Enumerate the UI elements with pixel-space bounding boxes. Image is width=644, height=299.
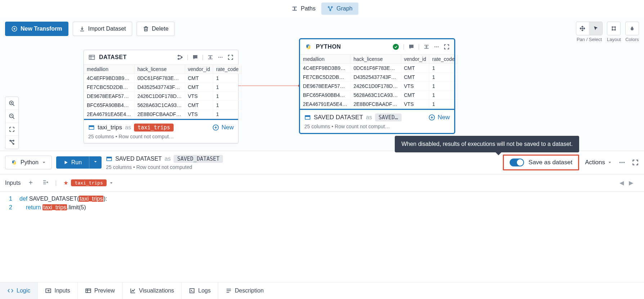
layout-icon (611, 26, 617, 31)
pan-tool[interactable] (576, 22, 589, 35)
inputs-nav: ◀ ▶ (620, 179, 639, 186)
svg-point-27 (436, 46, 437, 48)
table-icon (88, 54, 95, 61)
expand-icon[interactable] (443, 44, 450, 50)
colors-tool[interactable] (626, 22, 639, 35)
zoom-in-button[interactable] (5, 97, 18, 110)
add-input-button[interactable]: + (26, 177, 36, 188)
svg-point-36 (623, 162, 625, 163)
zoom-fit-button[interactable] (5, 123, 18, 136)
new-output-button[interactable]: New (428, 114, 450, 121)
svg-point-11 (13, 143, 14, 144)
svg-point-35 (621, 162, 623, 163)
delete-button[interactable]: Delete (137, 22, 175, 36)
save-as-dataset-label: Save as dataset (528, 159, 572, 166)
download-icon (79, 26, 85, 32)
layout-label: Layout (607, 37, 621, 42)
play-icon (63, 160, 68, 165)
plus-circle-icon (212, 124, 219, 131)
as-label: as (366, 114, 372, 121)
next-input-button[interactable]: ▶ (629, 179, 633, 186)
actions-dropdown[interactable]: Actions (585, 159, 612, 166)
more-icon[interactable] (618, 159, 626, 166)
actions-label: Actions (585, 159, 605, 166)
input-variable-chip[interactable]: taxi_trips (60, 178, 116, 188)
svg-rect-33 (107, 157, 112, 159)
node-dataset[interactable]: DATASET | | medallionhack_licensevendor_… (84, 50, 238, 143)
svg-point-25 (393, 44, 399, 50)
saved-dataset-name-chip[interactable]: SAVED_DATASET (174, 155, 223, 163)
new-output-button[interactable]: New (212, 124, 234, 131)
move-icon (580, 26, 585, 31)
graph-canvas[interactable]: New Transform Import Dataset Delete Pan … (0, 17, 644, 151)
svg-rect-30 (305, 116, 310, 117)
tab-viz-label: Visualizations (139, 287, 174, 294)
select-tool[interactable] (589, 22, 602, 35)
tab-preview[interactable]: Preview (78, 282, 122, 299)
inputs-icon (45, 287, 52, 294)
hierarchy-icon[interactable] (423, 44, 430, 50)
tab-logic[interactable]: Logic (0, 282, 38, 299)
tab-inputs[interactable]: Inputs (38, 282, 78, 299)
svg-rect-23 (89, 126, 94, 127)
svg-point-12 (13, 140, 14, 141)
tab-paths-label: Paths (301, 5, 316, 12)
plus-circle-icon (428, 114, 435, 121)
chart-icon (130, 287, 136, 294)
run-dropdown[interactable] (89, 156, 102, 169)
input-variable-name: taxi_trips (71, 179, 106, 186)
svg-point-19 (218, 57, 219, 58)
chevron-down-icon (93, 159, 98, 164)
node-python-title: PYTHON (316, 44, 389, 50)
tab-logs[interactable]: Logs (182, 282, 218, 299)
node-python[interactable]: PYTHON | | medallionhack_licensevendor_i… (300, 39, 455, 133)
code-editor[interactable]: 1def SAVED_DATASET(taxi_trips): 2 return… (0, 192, 644, 215)
run-button[interactable]: Run (56, 156, 89, 169)
saved-dataset-chip[interactable]: SAVED… (375, 113, 402, 121)
hierarchy-icon[interactable] (207, 54, 214, 61)
save-as-dataset-toggle[interactable] (510, 159, 524, 166)
svg-point-20 (220, 57, 221, 58)
more-icon[interactable] (217, 54, 224, 61)
comment-icon[interactable] (192, 54, 198, 61)
layout-tool[interactable] (607, 22, 620, 35)
python-icon (304, 43, 312, 51)
as-label: as (165, 156, 171, 162)
language-selector[interactable]: Python (5, 156, 52, 169)
inputs-label: Inputs (5, 180, 21, 186)
new-transform-button[interactable]: New Transform (5, 22, 68, 36)
colors-label: Colors (625, 37, 639, 42)
as-label: as (125, 124, 131, 131)
zoom-out-button[interactable] (5, 110, 18, 123)
more-icon[interactable] (433, 44, 440, 50)
expand-icon[interactable] (227, 54, 234, 61)
expand-icon[interactable] (632, 159, 639, 166)
delete-label: Delete (152, 26, 169, 32)
check-circle-icon (392, 43, 399, 50)
bottom-tab-bar: Logic Inputs Preview Visualizations Logs… (0, 282, 644, 299)
import-dataset-button[interactable]: Import Dataset (73, 22, 132, 36)
edge-dataset-to-python (238, 84, 303, 88)
fit-icon (9, 126, 15, 133)
add-list-input-button[interactable] (39, 178, 52, 188)
tab-paths[interactable]: Paths (286, 3, 321, 15)
dataset-meta: 25 columns • Row count not comput… (88, 134, 234, 139)
svg-point-16 (178, 55, 179, 56)
dataset-table: medallionhack_licensevendor_idrate_code … (84, 65, 242, 119)
canvas-toolbar: New Transform Import Dataset Delete (0, 17, 180, 40)
tab-logic-label: Logic (17, 287, 30, 294)
spark-icon (63, 180, 69, 186)
node-dataset-title: DATASET (99, 54, 173, 61)
tab-description[interactable]: Description (218, 282, 271, 299)
code-icon (7, 287, 14, 294)
prev-input-button[interactable]: ◀ (620, 179, 624, 186)
zoom-links-button[interactable] (5, 136, 18, 149)
list-add-icon (42, 179, 49, 186)
dataset-alias-chip[interactable]: taxi_trips (134, 124, 174, 131)
dataset-name: taxi_trips (98, 124, 122, 131)
tab-visualizations[interactable]: Visualizations (122, 282, 182, 299)
transform-bar: Python Run SAVED DATASET as SAVED_DATASE… (0, 151, 644, 174)
comment-icon[interactable] (408, 44, 415, 50)
tab-graph[interactable]: Graph (321, 3, 358, 15)
branch-icon[interactable] (177, 54, 183, 61)
